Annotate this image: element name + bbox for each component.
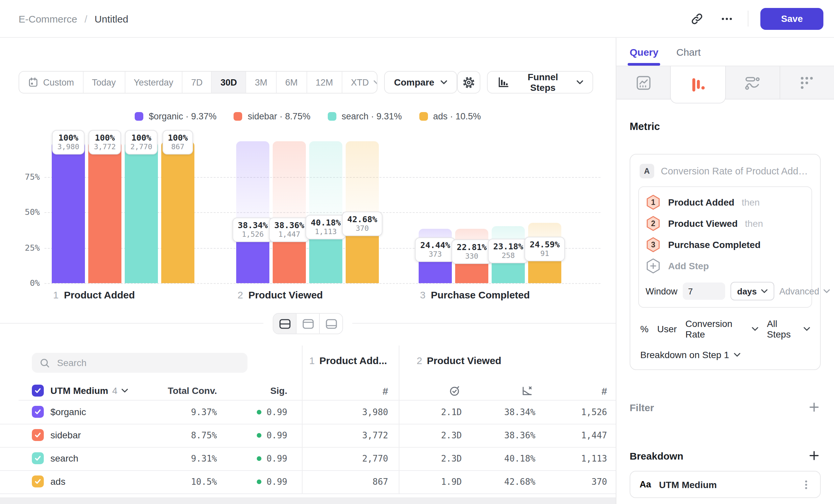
step-title: Product Viewed <box>427 355 502 366</box>
count-metric-header[interactable]: # <box>382 379 388 402</box>
date-range-custom[interactable]: Custom <box>19 72 83 93</box>
date-range-30d[interactable]: 30D <box>212 72 246 93</box>
chevron-down-icon <box>576 80 583 84</box>
conversion-metric-header[interactable] <box>522 379 533 402</box>
table-row-organic[interactable]: $organic9.37%0.993,9802.1D38.34%1,526 <box>0 400 616 425</box>
chevron-down-icon <box>823 289 830 293</box>
window-unit-select[interactable]: days <box>730 282 774 300</box>
bar-ads-step1[interactable] <box>161 141 194 283</box>
tab-query[interactable]: Query <box>630 46 659 58</box>
tab-chart[interactable]: Chart <box>676 46 701 58</box>
query-step-label: Product Added <box>668 197 734 208</box>
breadcrumb: E-Commerce / Untitled <box>19 13 128 24</box>
sig-dot-icon <box>257 456 261 461</box>
advanced-toggle[interactable]: Advanced <box>779 286 830 296</box>
total-conv-header[interactable]: Total Conv. <box>168 379 217 402</box>
window-value-input[interactable] <box>683 282 725 300</box>
breadcrumb-current[interactable]: Untitled <box>94 13 128 24</box>
table-search <box>32 353 247 373</box>
search-icon <box>40 358 50 368</box>
gear-icon <box>462 76 475 89</box>
add-filter-button[interactable] <box>808 400 821 414</box>
bar-count: 1,447 <box>275 230 304 239</box>
add-breakdown-button[interactable] <box>808 449 821 462</box>
date-range-6m[interactable]: 6M <box>277 72 307 93</box>
query-step-2[interactable]: 2Product Viewedthen <box>645 213 805 234</box>
chart-type-retention[interactable] <box>780 66 834 99</box>
chevron-down-icon <box>122 389 128 393</box>
compare-button[interactable]: Compare <box>384 71 457 93</box>
row-label: ads <box>50 470 65 494</box>
count-metric-header[interactable]: # <box>601 379 607 402</box>
ghost-bar-sidebar-step2 <box>273 141 306 229</box>
query-step-3[interactable]: 3Purchase Completed <box>645 234 805 255</box>
legend-item-sidebar[interactable]: sidebar · 8.75% <box>234 111 310 121</box>
table-row-ads[interactable]: ads10.5%0.998671.9D42.68%370 <box>0 470 616 494</box>
query-step-1[interactable]: 1Product Addedthen <box>645 192 805 213</box>
bar-value-label: 42.68%370 <box>342 211 382 236</box>
range-label: Yesterday <box>134 77 173 87</box>
measure-entity[interactable]: User <box>657 324 677 334</box>
layout-chart-view-button[interactable] <box>296 314 319 334</box>
bar-search-step1[interactable] <box>125 141 158 283</box>
query-step-label: Product Viewed <box>668 218 738 229</box>
row-checkbox-search[interactable] <box>32 452 44 464</box>
check-icon <box>34 387 42 395</box>
more-options-button[interactable] <box>718 9 736 27</box>
range-label: Custom <box>43 77 74 87</box>
chevron-down-icon <box>734 353 741 357</box>
range-label: 7D <box>191 77 203 87</box>
layout-table-view-button[interactable] <box>319 314 342 334</box>
cell-conv-rate: 42.68% <box>504 470 535 494</box>
date-range-yesterday[interactable]: Yesterday <box>125 72 182 93</box>
row-checkbox-ads[interactable] <box>32 476 44 487</box>
avg-time-metric-header[interactable] <box>448 379 460 402</box>
check-icon <box>34 431 42 439</box>
filter-heading: Filter <box>630 402 654 413</box>
sig-dot-icon <box>257 410 261 414</box>
legend-item-ads[interactable]: ads · 10.5% <box>419 111 481 121</box>
measure-scope-select[interactable]: All Steps <box>767 318 810 340</box>
row-label: search <box>50 447 78 470</box>
y-axis-tick: 75% <box>0 171 40 181</box>
chart-type-button[interactable]: Funnel Steps <box>487 71 593 93</box>
sig-header[interactable]: Sig. <box>270 379 287 402</box>
breakdown-on-select[interactable]: Breakdown on Step 1 <box>638 349 812 360</box>
share-link-button[interactable] <box>688 9 706 27</box>
step-number-badge: 3 <box>645 237 661 253</box>
select-all-checkbox[interactable] <box>32 385 44 396</box>
add-step-button[interactable]: Add Step <box>645 255 805 277</box>
layout-split-view-button[interactable] <box>273 314 296 334</box>
bar-pct: 24.44% <box>420 240 450 250</box>
date-range-7d[interactable]: 7D <box>182 72 212 93</box>
chart-type-journeys[interactable] <box>726 66 780 99</box>
chart-settings-button[interactable] <box>457 71 481 93</box>
search-input[interactable] <box>56 357 240 369</box>
kebab-menu-button[interactable] <box>802 479 811 490</box>
bar-pct: 40.18% <box>311 217 341 227</box>
chart-type-selector <box>616 66 834 99</box>
legend-item-search[interactable]: search · 9.31% <box>328 111 402 121</box>
table-row-search[interactable]: search9.31%0.992,7702.3D40.18%1,113 <box>0 447 616 471</box>
legend-item-organic[interactable]: $organic · 9.37% <box>135 111 217 121</box>
save-button[interactable]: Save <box>761 8 824 29</box>
metric-title-row[interactable]: A Conversion Rate of Product Adde... <box>638 162 812 178</box>
measure-type-select[interactable]: Conversion Rate <box>685 318 759 340</box>
group-by-header[interactable]: UTM Medium 4 <box>50 379 128 402</box>
date-range-3m[interactable]: 3M <box>246 72 277 93</box>
chart-legend: $organic · 9.37%sidebar · 8.75%search · … <box>0 111 616 121</box>
date-range-12m[interactable]: 12M <box>307 72 342 93</box>
bar-organic-step1[interactable] <box>52 141 85 283</box>
date-range-today[interactable]: Today <box>83 72 125 93</box>
breakdown-property-card[interactable]: Aa UTM Medium <box>630 471 821 498</box>
chart-type-metrics[interactable] <box>616 66 671 99</box>
row-checkbox-organic[interactable] <box>32 406 44 418</box>
date-range-xtd[interactable]: XTD <box>342 72 377 93</box>
table-scroll-strip[interactable] <box>0 497 616 504</box>
chart-type-funnel[interactable] <box>671 66 726 104</box>
conversion-window-row: Window days Advanced <box>645 282 805 300</box>
table-row-sidebar[interactable]: sidebar8.75%0.993,7722.3D38.36%1,447 <box>0 424 616 448</box>
row-checkbox-sidebar[interactable] <box>32 429 44 441</box>
bar-sidebar-step1[interactable] <box>88 141 122 283</box>
breadcrumb-project[interactable]: E-Commerce <box>19 13 77 24</box>
